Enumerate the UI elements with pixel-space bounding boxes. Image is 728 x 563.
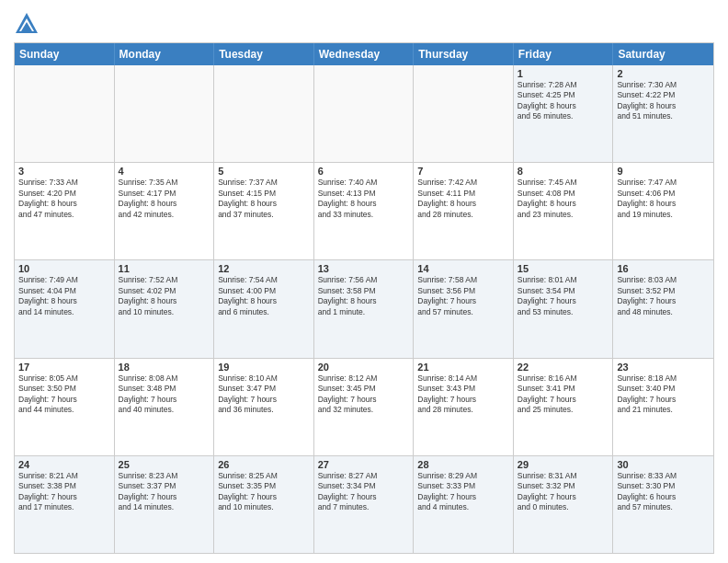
day-info: Sunrise: 8:03 AM Sunset: 3:52 PM Dayligh…: [617, 275, 710, 317]
calendar-row-1: 1Sunrise: 7:28 AM Sunset: 4:25 PM Daylig…: [15, 65, 713, 162]
day-cell-19: 19Sunrise: 8:10 AM Sunset: 3:47 PM Dayli…: [214, 359, 314, 455]
day-info: Sunrise: 8:29 AM Sunset: 3:33 PM Dayligh…: [417, 471, 509, 513]
header-cell-friday: Friday: [514, 43, 614, 65]
day-number: 30: [617, 459, 710, 470]
header-cell-wednesday: Wednesday: [314, 43, 415, 65]
day-number: 20: [318, 362, 410, 373]
day-number: 11: [119, 263, 210, 274]
day-cell-16: 16Sunrise: 8:03 AM Sunset: 3:52 PM Dayli…: [613, 260, 713, 357]
day-cell-4: 4Sunrise: 7:35 AM Sunset: 4:17 PM Daylig…: [115, 163, 215, 259]
day-info: Sunrise: 8:33 AM Sunset: 3:30 PM Dayligh…: [617, 471, 710, 513]
day-info: Sunrise: 8:27 AM Sunset: 3:34 PM Dayligh…: [318, 471, 410, 513]
day-cell-23: 23Sunrise: 8:18 AM Sunset: 3:40 PM Dayli…: [613, 359, 713, 455]
day-number: 17: [18, 362, 110, 373]
logo: [14, 13, 41, 37]
header: [14, 9, 714, 37]
day-number: 1: [518, 68, 609, 79]
day-number: 12: [218, 263, 310, 274]
day-info: Sunrise: 7:35 AM Sunset: 4:17 PM Dayligh…: [119, 178, 210, 220]
day-number: 15: [518, 263, 609, 274]
day-cell-26: 26Sunrise: 8:25 AM Sunset: 3:35 PM Dayli…: [214, 456, 314, 553]
day-number: 19: [218, 362, 310, 373]
day-cell-10: 10Sunrise: 7:49 AM Sunset: 4:04 PM Dayli…: [15, 260, 115, 357]
calendar-row-5: 24Sunrise: 8:21 AM Sunset: 3:38 PM Dayli…: [15, 455, 713, 553]
calendar-row-2: 3Sunrise: 7:33 AM Sunset: 4:20 PM Daylig…: [15, 162, 713, 259]
day-number: 5: [218, 166, 310, 177]
day-info: Sunrise: 7:45 AM Sunset: 4:08 PM Dayligh…: [518, 178, 609, 220]
day-info: Sunrise: 7:56 AM Sunset: 3:58 PM Dayligh…: [318, 275, 410, 317]
day-info: Sunrise: 7:58 AM Sunset: 3:56 PM Dayligh…: [417, 275, 509, 317]
day-number: 25: [119, 459, 210, 470]
day-info: Sunrise: 7:28 AM Sunset: 4:25 PM Dayligh…: [518, 80, 609, 122]
day-cell-21: 21Sunrise: 8:14 AM Sunset: 3:43 PM Dayli…: [414, 359, 514, 455]
day-info: Sunrise: 8:16 AM Sunset: 3:41 PM Dayligh…: [518, 373, 609, 416]
day-cell-17: 17Sunrise: 8:05 AM Sunset: 3:50 PM Dayli…: [15, 359, 115, 455]
day-number: 7: [417, 166, 509, 177]
day-cell-3: 3Sunrise: 7:33 AM Sunset: 4:20 PM Daylig…: [15, 163, 115, 259]
day-info: Sunrise: 8:14 AM Sunset: 3:43 PM Dayligh…: [417, 373, 509, 416]
day-number: 18: [119, 362, 210, 373]
calendar: SundayMondayTuesdayWednesdayThursdayFrid…: [14, 42, 714, 554]
day-cell-2: 2Sunrise: 7:30 AM Sunset: 4:22 PM Daylig…: [613, 65, 713, 162]
day-cell-6: 6Sunrise: 7:40 AM Sunset: 4:13 PM Daylig…: [314, 163, 415, 259]
day-cell-18: 18Sunrise: 8:08 AM Sunset: 3:48 PM Dayli…: [115, 359, 215, 455]
header-cell-sunday: Sunday: [15, 43, 115, 65]
day-number: 13: [318, 263, 410, 274]
day-cell-8: 8Sunrise: 7:45 AM Sunset: 4:08 PM Daylig…: [514, 163, 614, 259]
day-cell-28: 28Sunrise: 8:29 AM Sunset: 3:33 PM Dayli…: [414, 456, 514, 553]
day-info: Sunrise: 7:54 AM Sunset: 4:00 PM Dayligh…: [218, 275, 310, 317]
header-cell-thursday: Thursday: [414, 43, 514, 65]
day-number: 4: [119, 166, 210, 177]
calendar-body: 1Sunrise: 7:28 AM Sunset: 4:25 PM Daylig…: [15, 65, 713, 553]
day-cell-30: 30Sunrise: 8:33 AM Sunset: 3:30 PM Dayli…: [613, 456, 713, 553]
day-number: 22: [518, 362, 609, 373]
day-cell-22: 22Sunrise: 8:16 AM Sunset: 3:41 PM Dayli…: [514, 359, 614, 455]
day-cell-29: 29Sunrise: 8:31 AM Sunset: 3:32 PM Dayli…: [514, 456, 614, 553]
day-number: 26: [218, 459, 310, 470]
day-number: 10: [18, 263, 110, 274]
day-cell-20: 20Sunrise: 8:12 AM Sunset: 3:45 PM Dayli…: [314, 359, 415, 455]
day-number: 23: [617, 362, 710, 373]
day-cell-14: 14Sunrise: 7:58 AM Sunset: 3:56 PM Dayli…: [414, 260, 514, 357]
day-number: 6: [318, 166, 410, 177]
day-number: 2: [617, 68, 710, 79]
day-cell-12: 12Sunrise: 7:54 AM Sunset: 4:00 PM Dayli…: [214, 260, 314, 357]
calendar-header: SundayMondayTuesdayWednesdayThursdayFrid…: [15, 43, 713, 65]
header-cell-saturday: Saturday: [613, 43, 713, 65]
day-info: Sunrise: 8:23 AM Sunset: 3:37 PM Dayligh…: [119, 471, 210, 513]
day-info: Sunrise: 7:49 AM Sunset: 4:04 PM Dayligh…: [18, 275, 110, 317]
day-cell-27: 27Sunrise: 8:27 AM Sunset: 3:34 PM Dayli…: [314, 456, 415, 553]
empty-cell: [115, 65, 215, 162]
day-info: Sunrise: 8:12 AM Sunset: 3:45 PM Dayligh…: [318, 373, 410, 416]
day-number: 14: [417, 263, 509, 274]
day-info: Sunrise: 8:10 AM Sunset: 3:47 PM Dayligh…: [218, 373, 310, 416]
day-info: Sunrise: 8:08 AM Sunset: 3:48 PM Dayligh…: [119, 373, 210, 416]
day-cell-7: 7Sunrise: 7:42 AM Sunset: 4:11 PM Daylig…: [414, 163, 514, 259]
day-number: 21: [417, 362, 509, 373]
day-cell-25: 25Sunrise: 8:23 AM Sunset: 3:37 PM Dayli…: [115, 456, 215, 553]
day-info: Sunrise: 8:25 AM Sunset: 3:35 PM Dayligh…: [218, 471, 310, 513]
day-info: Sunrise: 7:30 AM Sunset: 4:22 PM Dayligh…: [617, 80, 710, 122]
empty-cell: [15, 65, 115, 162]
calendar-row-3: 10Sunrise: 7:49 AM Sunset: 4:04 PM Dayli…: [15, 259, 713, 357]
header-cell-monday: Monday: [115, 43, 215, 65]
day-cell-5: 5Sunrise: 7:37 AM Sunset: 4:15 PM Daylig…: [214, 163, 314, 259]
day-cell-11: 11Sunrise: 7:52 AM Sunset: 4:02 PM Dayli…: [115, 260, 215, 357]
day-info: Sunrise: 8:18 AM Sunset: 3:40 PM Dayligh…: [617, 373, 710, 416]
day-info: Sunrise: 7:47 AM Sunset: 4:06 PM Dayligh…: [617, 178, 710, 220]
day-cell-9: 9Sunrise: 7:47 AM Sunset: 4:06 PM Daylig…: [613, 163, 713, 259]
day-info: Sunrise: 7:52 AM Sunset: 4:02 PM Dayligh…: [119, 275, 210, 317]
day-info: Sunrise: 7:37 AM Sunset: 4:15 PM Dayligh…: [218, 178, 310, 220]
calendar-row-4: 17Sunrise: 8:05 AM Sunset: 3:50 PM Dayli…: [15, 358, 713, 455]
day-info: Sunrise: 8:21 AM Sunset: 3:38 PM Dayligh…: [18, 471, 110, 513]
day-number: 29: [518, 459, 609, 470]
empty-cell: [414, 65, 514, 162]
day-cell-13: 13Sunrise: 7:56 AM Sunset: 3:58 PM Dayli…: [314, 260, 415, 357]
header-cell-tuesday: Tuesday: [214, 43, 314, 65]
day-number: 16: [617, 263, 710, 274]
day-number: 8: [518, 166, 609, 177]
day-info: Sunrise: 7:40 AM Sunset: 4:13 PM Dayligh…: [318, 178, 410, 220]
day-info: Sunrise: 8:31 AM Sunset: 3:32 PM Dayligh…: [518, 471, 609, 513]
day-number: 28: [417, 459, 509, 470]
day-info: Sunrise: 8:01 AM Sunset: 3:54 PM Dayligh…: [518, 275, 609, 317]
